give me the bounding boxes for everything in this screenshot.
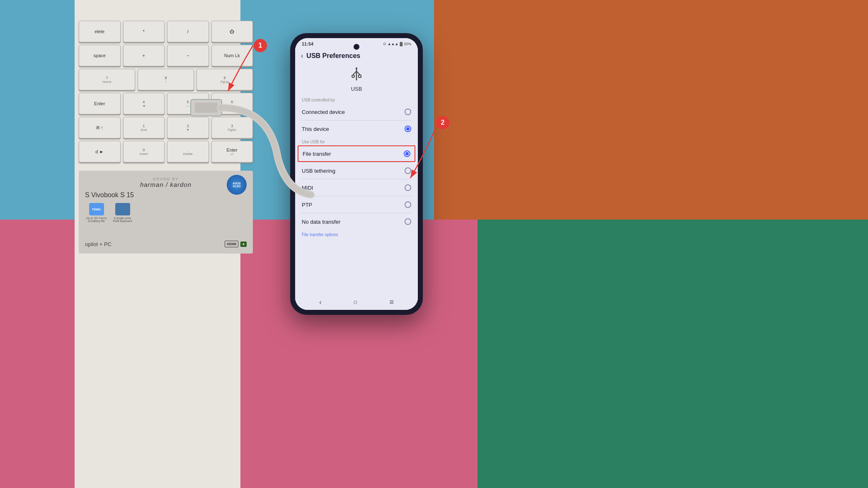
radio-ptp[interactable] bbox=[405, 201, 411, 208]
screen-header: ‹ USB Preferences bbox=[295, 48, 418, 63]
phone-body: 11:54 ⊙▲▲▲▓ 32% ‹ USB Preferences bbox=[290, 33, 423, 315]
energy-badge: ★ bbox=[240, 242, 247, 247]
asus-badge: ASUSOLED bbox=[227, 175, 247, 195]
back-button[interactable]: ‹ bbox=[301, 52, 303, 60]
option-no-data-transfer[interactable]: No data transfer bbox=[295, 213, 418, 230]
option-file-transfer-text: File transfer bbox=[303, 151, 331, 157]
option-ptp-text: PTP bbox=[302, 202, 312, 208]
option-this-device[interactable]: This device bbox=[295, 121, 418, 137]
key-7[interactable]: 7Home bbox=[79, 69, 135, 90]
option-file-transfer-highlighted[interactable]: File transfer bbox=[298, 145, 415, 162]
key-delete[interactable]: elete bbox=[79, 21, 121, 42]
laptop-model-label: S Vivobook S 15 bbox=[85, 191, 247, 199]
svg-point-5 bbox=[352, 75, 354, 77]
key-2[interactable]: 2▼ bbox=[167, 117, 209, 138]
key-power[interactable]: ⏻ bbox=[211, 21, 253, 42]
usb-symbol-icon bbox=[349, 67, 364, 85]
section-label-controlled-by: USB controlled by bbox=[295, 95, 418, 104]
key-6[interactable]: 6► bbox=[211, 93, 253, 114]
radio-usb-tethering[interactable] bbox=[405, 167, 411, 174]
key-0[interactable]: 0Insert bbox=[123, 141, 165, 162]
key-8[interactable]: 8↑ bbox=[138, 69, 194, 90]
option-ptp[interactable]: PTP bbox=[295, 196, 418, 213]
key-5[interactable]: 5— bbox=[167, 93, 209, 114]
status-icons: ⊙▲▲▲▓ 32% bbox=[383, 42, 411, 46]
nav-home-button[interactable]: ○ bbox=[353, 298, 358, 307]
radio-file-transfer[interactable] bbox=[404, 150, 410, 157]
phone-screen: 11:54 ⊙▲▲▲▓ 32% ‹ USB Preferences bbox=[295, 38, 418, 310]
option-midi[interactable]: MIDI bbox=[295, 179, 418, 196]
key-9[interactable]: 9PgUp bbox=[196, 69, 253, 90]
annotation-1: 1 bbox=[254, 39, 267, 52]
nav-back-button[interactable]: ‹ bbox=[319, 298, 322, 307]
phone-nav: ‹ ○ ≡ bbox=[295, 295, 418, 310]
section-label-use-for: Use USB for bbox=[295, 137, 418, 145]
radio-midi[interactable] bbox=[405, 184, 411, 191]
radio-this-device[interactable] bbox=[405, 126, 411, 132]
main-scene: elete * / ⏻ space + − Num Lk 7Home 8↑ 9P… bbox=[0, 0, 868, 488]
brand-sound-label: SOUND BY bbox=[85, 177, 247, 181]
key-numlk[interactable]: Num Lk bbox=[211, 45, 253, 66]
copilot-label: opilot + PC bbox=[85, 241, 112, 247]
key-slash[interactable]: / bbox=[167, 21, 209, 42]
brand-logos: HDMI ★ bbox=[225, 241, 247, 247]
bg-top-right bbox=[434, 0, 868, 220]
bg-bottom-right bbox=[478, 220, 868, 488]
option-midi-text: MIDI bbox=[302, 185, 313, 191]
option-usb-tethering-text: USB tethering bbox=[302, 168, 335, 174]
screen-title: USB Preferences bbox=[306, 52, 360, 60]
key-minus[interactable]: − bbox=[167, 45, 209, 66]
spec-item-1: 70Wh Up to 18+ hours of battery life bbox=[85, 203, 108, 222]
key-4[interactable]: 4◄ bbox=[123, 93, 165, 114]
battery-percent: 32% bbox=[404, 42, 411, 46]
key-plus[interactable]: + bbox=[123, 45, 165, 66]
key-dot[interactable]: .Delete bbox=[167, 141, 209, 162]
option-this-device-text: This device bbox=[302, 126, 329, 132]
option-no-data-transfer-text: No data transfer bbox=[302, 219, 340, 225]
option-usb-tethering[interactable]: USB tethering bbox=[295, 162, 418, 179]
option-file-transfer[interactable]: File transfer bbox=[298, 146, 415, 161]
brand-audio-label: harman / kardon bbox=[85, 181, 247, 188]
key-d[interactable]: d ► bbox=[79, 141, 121, 162]
svg-rect-6 bbox=[359, 75, 361, 77]
file-transfer-options-link[interactable]: File transfer options bbox=[295, 230, 418, 239]
hdmi-badge: HDMI bbox=[225, 241, 238, 247]
key-shift[interactable]: ift ↑ bbox=[79, 117, 121, 138]
usb-preferences-screen: ‹ USB Preferences bbox=[295, 48, 418, 307]
camera-notch bbox=[354, 44, 359, 50]
usb-icon-area: USB bbox=[295, 63, 418, 95]
key-enter[interactable]: Enter bbox=[79, 93, 121, 114]
key-space[interactable]: space bbox=[79, 45, 121, 66]
key-3[interactable]: 3PgDn bbox=[211, 117, 253, 138]
key-enter2[interactable]: Enter⏎ bbox=[211, 141, 253, 162]
usb-label: USB bbox=[351, 86, 362, 92]
key-1[interactable]: 1End bbox=[123, 117, 165, 138]
option-connected-device-text: Connected device bbox=[302, 109, 345, 115]
radio-connected-device[interactable] bbox=[405, 109, 411, 115]
status-time: 11:54 bbox=[302, 41, 313, 46]
option-connected-device[interactable]: Connected device bbox=[295, 104, 418, 120]
spec-item-2: A single-zone RGB keyboard bbox=[111, 203, 134, 222]
annotation-2: 2 bbox=[436, 116, 449, 129]
nav-menu-button[interactable]: ≡ bbox=[389, 298, 394, 307]
key-asterisk[interactable]: * bbox=[123, 21, 165, 42]
keyboard-section: elete * / ⏻ space + − Num Lk 7Home 8↑ 9P… bbox=[79, 21, 253, 336]
radio-no-data-transfer[interactable] bbox=[405, 218, 411, 225]
svg-marker-7 bbox=[355, 67, 358, 69]
phone-container: 11:54 ⊙▲▲▲▓ 32% ‹ USB Preferences bbox=[290, 33, 423, 315]
